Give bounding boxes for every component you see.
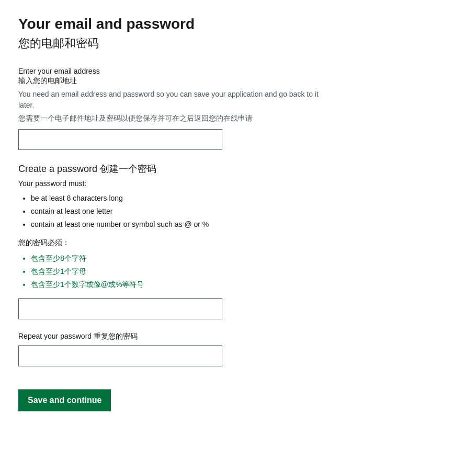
list-item: 包含至少8个字符 [31, 253, 458, 264]
password-requirements-en: be at least 8 characters long contain at… [31, 193, 458, 230]
page-title-en: Your email and password [18, 16, 458, 32]
repeat-password-input[interactable] [18, 345, 222, 366]
email-label-zh: 输入您的电邮地址 [18, 76, 458, 86]
repeat-password-label: Repeat your password 重复您的密码 [18, 332, 458, 341]
password-must-label-zh: 您的密码必须： [18, 238, 458, 248]
save-continue-button[interactable]: Save and continue [18, 389, 111, 411]
email-input[interactable] [18, 129, 222, 150]
list-item: contain at least one number or symbol su… [31, 219, 458, 230]
page-title-zh: 您的电邮和密码 [18, 36, 458, 51]
email-label-en: Enter your email address [18, 67, 458, 75]
list-item: contain at least one letter [31, 206, 458, 217]
repeat-password-section: Repeat your password 重复您的密码 [18, 332, 458, 366]
email-hint-zh: 您需要一个电子邮件地址及密码以便您保存并可在之后返回您的在线申请 [18, 113, 332, 124]
password-input[interactable] [18, 298, 222, 319]
password-must-label-en: Your password must: [18, 179, 458, 188]
password-section-label: Create a password 创建一个密码 [18, 163, 458, 175]
password-requirements-zh: 包含至少8个字符 包含至少1个字母 包含至少1个数字或像@或%等符号 [31, 253, 458, 290]
email-hint-en: You need an email address and password s… [18, 89, 332, 111]
password-section: Create a password 创建一个密码 Your password m… [18, 163, 458, 319]
list-item: be at least 8 characters long [31, 193, 458, 204]
list-item: 包含至少1个数字或像@或%等符号 [31, 279, 458, 290]
email-section: Enter your email address 输入您的电邮地址 You ne… [18, 67, 458, 150]
list-item: 包含至少1个字母 [31, 266, 458, 277]
